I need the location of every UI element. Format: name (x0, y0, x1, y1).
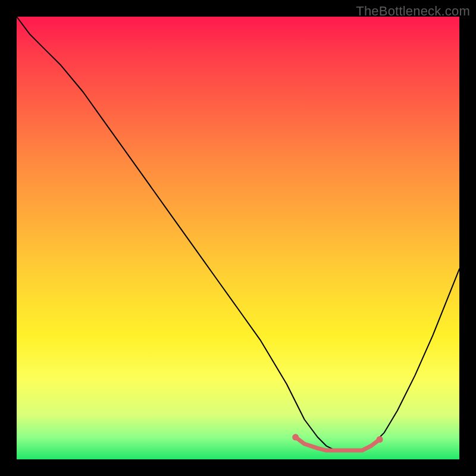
optimal-marker-dots (292, 434, 383, 443)
watermark-label: TheBottleneck.com (356, 4, 470, 19)
chart-frame: TheBottleneck.com (0, 0, 476, 476)
optimal-marker (296, 437, 380, 450)
bottleneck-curve (17, 17, 459, 450)
chart-svg (17, 17, 459, 459)
plot-area (17, 17, 459, 459)
optimal-marker-endpoint (377, 436, 383, 443)
optimal-marker-endpoint (292, 434, 299, 440)
